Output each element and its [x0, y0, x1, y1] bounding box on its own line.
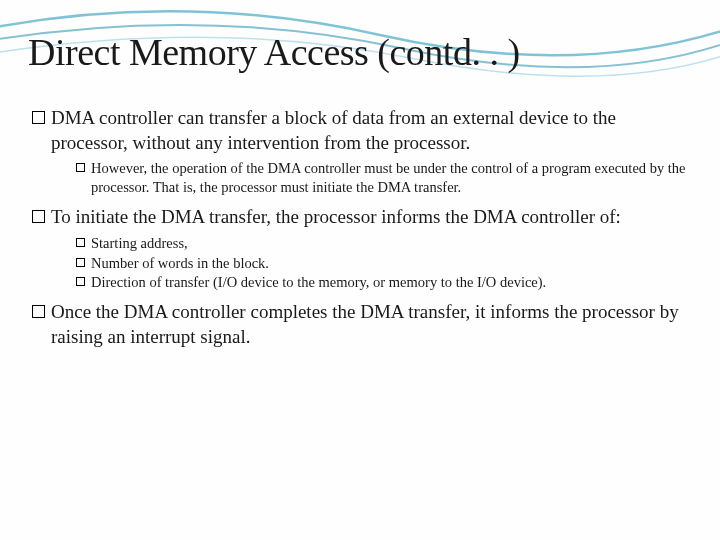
- square-bullet-icon: [32, 210, 45, 223]
- square-bullet-small-icon: [76, 258, 85, 267]
- bullet-text: To initiate the DMA transfer, the proces…: [51, 205, 621, 230]
- bullet-main-1: DMA controller can transfer a block of d…: [28, 106, 692, 155]
- bullet-sub-text: However, the operation of the DMA contro…: [91, 159, 692, 197]
- bullet-main-3: Once the DMA controller completes the DM…: [28, 300, 692, 349]
- bullet-sub: Direction of transfer (I/O device to the…: [76, 273, 692, 292]
- square-bullet-small-icon: [76, 163, 85, 172]
- bullet-sub-text: Starting address,: [91, 234, 188, 253]
- bullet-text: DMA controller can transfer a block of d…: [51, 106, 692, 155]
- bullet-main-2: To initiate the DMA transfer, the proces…: [28, 205, 692, 230]
- slide-content: Direct Memory Access (contd. . ) DMA con…: [0, 0, 720, 374]
- bullet-sub: Starting address,: [76, 234, 692, 253]
- square-bullet-small-icon: [76, 238, 85, 247]
- square-bullet-small-icon: [76, 277, 85, 286]
- bullet-sub-text: Direction of transfer (I/O device to the…: [91, 273, 546, 292]
- sub-list-1: However, the operation of the DMA contro…: [28, 159, 692, 197]
- sub-list-2: Starting address, Number of words in the…: [28, 234, 692, 293]
- bullet-sub-text: Number of words in the block.: [91, 254, 269, 273]
- slide-title: Direct Memory Access (contd. . ): [28, 30, 692, 74]
- square-bullet-icon: [32, 111, 45, 124]
- bullet-sub: However, the operation of the DMA contro…: [76, 159, 692, 197]
- square-bullet-icon: [32, 305, 45, 318]
- bullet-text: Once the DMA controller completes the DM…: [51, 300, 692, 349]
- bullet-sub: Number of words in the block.: [76, 254, 692, 273]
